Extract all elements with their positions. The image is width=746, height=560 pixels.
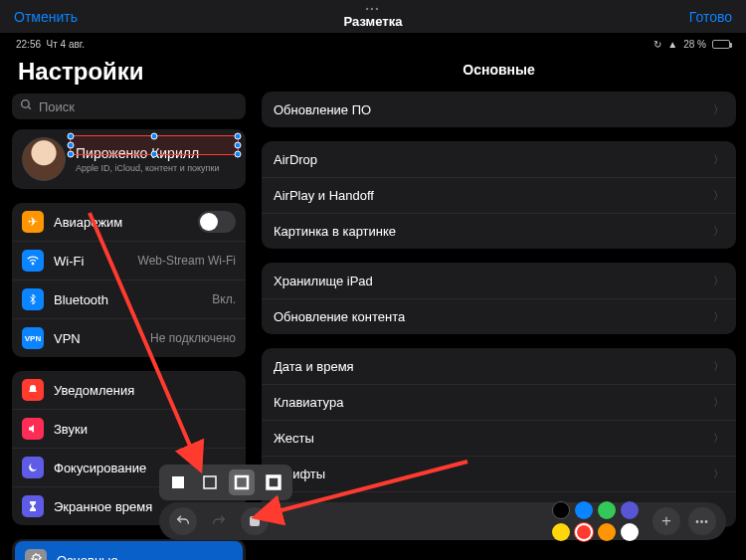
battery-percent: 28 % [683,39,706,50]
bluetooth-value: Вкл. [212,292,236,306]
more-button[interactable]: ••• [688,507,716,535]
svg-rect-12 [250,516,260,526]
wifi-icon [22,250,44,272]
shape-fill-toolstrip[interactable] [159,465,292,500]
row-storage[interactable]: Хранилище iPad〉 [262,263,736,298]
battery-icon [712,40,730,49]
row-gestures[interactable]: Жесты〉 [262,420,736,456]
chevron-icon: 〉 [713,152,724,167]
vpn-value: Не подключено [150,331,236,345]
swatch-red-selected[interactable] [575,523,593,541]
svg-rect-11 [268,476,280,488]
swatch-black[interactable] [552,501,570,519]
bell-icon [22,379,44,401]
moon-icon [22,457,44,478]
swatch-orange[interactable] [598,523,616,541]
fill-outline-thin[interactable] [197,469,223,495]
speaker-icon [22,418,44,440]
title-text: Разметка [344,14,403,29]
row-pip[interactable]: Картинка в картинке〉 [262,213,736,249]
chevron-icon: 〉 [713,431,724,446]
wifi-label: Wi-Fi [54,254,128,269]
vpn-label: VPN [54,331,140,346]
swatch-purple[interactable] [621,501,639,519]
markup-selection-box[interactable] [70,135,239,155]
update-label: Обновление ПО [274,102,371,117]
pip-label: Картинка в картинке [274,224,396,239]
svg-point-2 [32,263,34,265]
search-input[interactable]: Поиск [12,93,246,119]
svg-rect-8 [172,476,184,488]
chevron-icon: 〉 [713,467,724,481]
chevron-icon: 〉 [713,359,724,374]
profile-row[interactable]: Пироженко Кирилл Apple ID, iCloud, конте… [12,129,246,189]
wifi-icon: ▲ [667,39,677,50]
swatch-blue[interactable] [575,501,593,519]
chevron-icon: 〉 [713,309,724,324]
refresh-label: Обновление контента [274,309,405,324]
status-right: ↻ ▲ 28 % [653,39,730,50]
row-fonts[interactable]: Шрифты〉 [262,456,736,491]
gear-icon [25,549,47,560]
add-button[interactable]: + [653,507,680,535]
svg-rect-10 [236,476,248,488]
svg-line-1 [28,106,31,109]
wifi-status-icon: ↻ [653,39,661,50]
row-wifi[interactable]: Wi-Fi Web-Stream Wi-Fi [12,241,246,280]
fill-solid[interactable] [165,469,191,495]
row-sounds[interactable]: Звуки [12,409,246,448]
general-label: Основные [57,553,233,561]
svg-rect-9 [204,476,216,488]
chevron-icon: 〉 [713,188,724,203]
undo-button[interactable] [169,507,197,535]
status-left: 22:56 Чт 4 авг. [16,39,85,50]
row-airplane[interactable]: ✈ Авиарежим [12,203,246,241]
redo-button[interactable] [205,507,233,535]
markup-title: ••• Разметка [344,4,403,29]
row-vpn[interactable]: VPN VPN Не подключено [12,318,246,357]
row-notifications[interactable]: Уведомления [12,371,246,409]
ellipsis-icon: ••• [344,4,403,13]
sounds-label: Звуки [54,422,236,437]
done-button[interactable]: Готово [689,9,732,25]
vpn-icon: VPN [22,327,44,349]
gestures-label: Жесты [274,431,314,446]
swatch-green[interactable] [598,501,616,519]
search-icon [20,98,33,114]
row-airplay[interactable]: AirPlay и Handoff〉 [262,177,736,213]
bluetooth-label: Bluetooth [54,292,202,307]
airplane-icon: ✈ [22,211,44,233]
fill-outline-thick[interactable] [261,469,286,495]
row-bluetooth[interactable]: Bluetooth Вкл. [12,280,246,318]
search-placeholder: Поиск [39,99,75,114]
settings-title: Настройки [12,52,246,93]
datetime-label: Дата и время [274,359,354,374]
row-general[interactable]: Основные [15,541,243,560]
wifi-value: Web-Stream Wi-Fi [138,254,236,268]
hourglass-icon [22,495,44,517]
airplane-label: Авиарежим [54,215,188,230]
airplane-toggle[interactable] [198,211,236,233]
row-refresh[interactable]: Обновление контента〉 [262,298,736,334]
row-datetime[interactable]: Дата и время〉 [262,348,736,384]
fill-outline-medium[interactable] [229,469,255,495]
notif-label: Уведомления [54,383,236,398]
detail-header: Основные [262,52,736,92]
bluetooth-icon [22,288,44,310]
markup-toolbar: + ••• [159,502,726,540]
profile-sub: Apple ID, iCloud, контент и покупки [76,163,219,173]
airplay-label: AirPlay и Handoff [274,188,374,203]
row-software-update[interactable]: Обновление ПО〉 [262,92,736,127]
chevron-icon: 〉 [713,274,724,288]
avatar [22,137,66,181]
chevron-icon: 〉 [713,395,724,410]
svg-point-0 [22,100,30,108]
status-date: Чт 4 авг. [47,39,85,50]
row-airdrop[interactable]: AirDrop〉 [262,141,736,177]
cancel-button[interactable]: Отменить [14,9,78,25]
shape-fill-button[interactable] [241,507,269,535]
swatch-white[interactable] [621,523,639,541]
swatch-yellow[interactable] [552,523,570,541]
airdrop-label: AirDrop [274,152,317,167]
row-keyboard[interactable]: Клавиатура〉 [262,384,736,420]
